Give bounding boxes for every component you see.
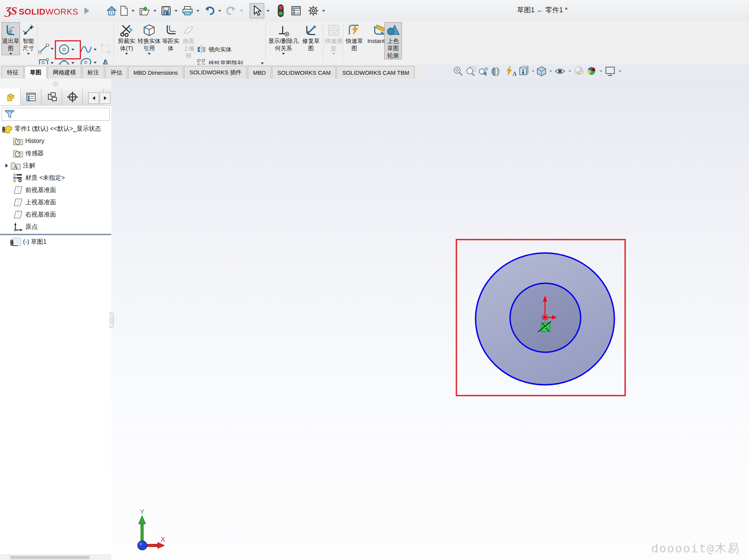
tree-item-origin[interactable]: 原点 [0, 221, 111, 233]
exit-sketch-button[interactable]: 退出草图 [2, 22, 20, 55]
tab-evaluate[interactable]: 评估 [105, 66, 127, 79]
tab-mesh-modeling[interactable]: 网格建模 [48, 66, 81, 79]
tree-item-front-plane[interactable]: 前视基准面 [0, 184, 111, 196]
tab-solidworks-cam[interactable]: SOLIDWORKS CAM [272, 66, 336, 79]
exit-sketch-dropdown[interactable] [9, 53, 12, 55]
print-dropdown[interactable] [196, 10, 199, 12]
tree-root-part[interactable]: 零件1 (默认) <<默认>_显示状态 [0, 123, 111, 135]
undo-button[interactable] [203, 4, 216, 17]
ellipse-dropdown[interactable] [94, 62, 97, 64]
display-delete-relations-button[interactable]: 显示/删除几何关系 [267, 22, 300, 55]
arc-dropdown[interactable] [71, 62, 74, 64]
panel-tabs-scroll-left[interactable] [88, 92, 99, 104]
tab-solidworks-addins[interactable]: SOLIDWORKS 插件 [184, 66, 247, 79]
apply-scene-button[interactable] [586, 66, 597, 77]
view-orientation-dropdown[interactable] [532, 71, 535, 72]
tab-markup[interactable]: 标注 [82, 66, 104, 79]
display-relations-dropdown[interactable] [282, 53, 285, 55]
rollback-bar[interactable] [0, 234, 111, 235]
tab-mbd-dimensions[interactable]: MBD Dimensions [128, 66, 183, 79]
tab-sketch[interactable]: 草图 [25, 66, 47, 79]
select-tool-dropdown[interactable] [267, 10, 270, 12]
home-button[interactable] [105, 4, 118, 17]
circle-tool[interactable] [58, 44, 74, 55]
line-tool[interactable] [38, 44, 54, 54]
convert-entities-dropdown[interactable] [148, 53, 151, 55]
panel-grip[interactable] [0, 79, 111, 89]
new-document-button[interactable] [119, 4, 129, 17]
rapid-sketch-button[interactable]: 快速草图 [344, 22, 364, 52]
view-settings-button[interactable] [604, 66, 616, 77]
panel-tabs-scroll-right[interactable] [100, 92, 110, 104]
view-orientation-button[interactable] [518, 66, 529, 77]
smart-dimension-button[interactable]: 智能尺寸 [20, 22, 37, 55]
mirror-ghost-tool[interactable] [100, 44, 110, 54]
hide-show-items-button[interactable] [554, 66, 566, 76]
options-button[interactable] [307, 4, 320, 18]
scrollbar-thumb[interactable] [10, 556, 89, 559]
tab-features[interactable]: 特征 [2, 66, 24, 79]
panel-splitter-handle[interactable] [109, 312, 114, 328]
panel-tab-propertymanager[interactable] [21, 89, 41, 105]
tree-item-sketch1[interactable]: (-) 草图1 [0, 236, 111, 248]
graphics-viewport[interactable]: Y X dooooit@木易 [111, 79, 749, 560]
display-style-button[interactable] [537, 66, 547, 77]
hide-show-dropdown[interactable] [568, 71, 571, 72]
rectangle-dropdown[interactable] [51, 62, 54, 64]
spline-tool[interactable] [80, 44, 97, 54]
previous-view-button[interactable] [478, 66, 489, 77]
menu-expand-icon[interactable] [84, 7, 89, 14]
tree-item-material[interactable]: 材质 <未指定> [0, 172, 111, 184]
print-button[interactable] [181, 4, 194, 17]
previous-view-icon [478, 66, 489, 77]
quick-snaps-button[interactable]: 快速捕捉 [324, 22, 343, 55]
section-view-button[interactable] [491, 66, 503, 77]
convert-entities-button[interactable]: 转换实体引用 [137, 22, 161, 55]
annotation-visibility-button[interactable]: A [505, 66, 516, 77]
zoom-fit-button[interactable] [453, 66, 463, 77]
property-tab-toggle-button[interactable] [290, 4, 302, 17]
redo-dropdown[interactable] [240, 10, 243, 12]
view-settings-dropdown[interactable] [619, 71, 622, 72]
trim-entities-button[interactable]: 剪裁实体(T) [115, 22, 138, 55]
shaded-sketch-contours-button[interactable]: 上色草图轮廓 [384, 22, 402, 59]
tree-item-annotations[interactable]: A 注解 [0, 159, 111, 172]
apply-scene-dropdown[interactable] [599, 71, 602, 72]
display-style-dropdown[interactable] [549, 71, 552, 72]
select-tool-button[interactable] [250, 3, 264, 18]
circle-dropdown[interactable] [71, 49, 74, 51]
mirror-entities-button[interactable]: 镜向实体 [196, 43, 264, 56]
interrupt-button[interactable] [277, 3, 285, 18]
redo-button[interactable] [225, 4, 238, 17]
quick-snaps-dropdown[interactable] [332, 53, 335, 55]
panel-horizontal-scrollbar[interactable] [0, 555, 111, 560]
new-document-dropdown[interactable] [132, 10, 135, 12]
panel-tab-configurationmanager[interactable] [41, 89, 62, 105]
repair-sketch-button[interactable]: 修复草图 [300, 22, 322, 52]
panel-tab-featuremanager[interactable] [0, 89, 21, 105]
tab-solidworks-cam-tbm[interactable]: SOLIDWORKS CAM TBM [337, 66, 415, 79]
tree-item-sensors[interactable]: 传感器 [0, 147, 111, 159]
tree-item-right-plane[interactable]: 右视基准面 [0, 209, 111, 221]
edit-appearance-button[interactable] [573, 66, 584, 77]
offset-entities-button[interactable]: 等距实体 [161, 22, 180, 52]
tree-item-top-plane[interactable]: 上视基准面 [0, 196, 111, 209]
tree-filter-box[interactable] [2, 108, 110, 121]
options-dropdown[interactable] [322, 10, 325, 12]
undo-dropdown[interactable] [218, 10, 221, 12]
panel-tab-dimxpert[interactable] [62, 89, 83, 105]
open-document-button[interactable] [138, 4, 151, 17]
zoom-area-button[interactable] [465, 66, 476, 77]
save-dropdown[interactable] [174, 10, 178, 12]
expander-icon[interactable] [3, 164, 10, 168]
spline-dropdown[interactable] [94, 49, 97, 51]
tree-item-history[interactable]: History [0, 135, 111, 147]
save-button[interactable] [160, 4, 172, 17]
open-document-dropdown[interactable] [153, 10, 156, 12]
linear-pattern-dropdown[interactable] [261, 62, 264, 64]
surface-offset-button[interactable]: 曲面上偏移 [180, 22, 197, 59]
smart-dimension-dropdown[interactable] [27, 53, 30, 55]
tab-mbd[interactable]: MBD [248, 66, 271, 79]
line-dropdown[interactable] [51, 48, 54, 50]
trim-entities-dropdown[interactable] [125, 53, 128, 55]
